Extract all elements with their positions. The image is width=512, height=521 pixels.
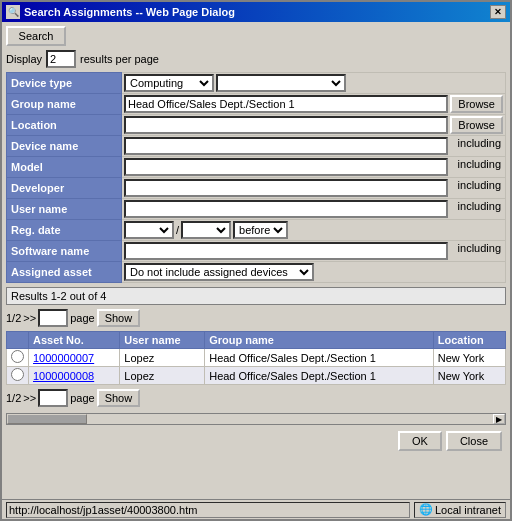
col-asset-no: Asset No. xyxy=(29,332,120,349)
asset-link-2[interactable]: 1000000008 xyxy=(33,370,94,382)
software-name-label: Software name xyxy=(7,241,122,262)
bottom-buttons: OK Close xyxy=(6,429,506,453)
row2-location: New York xyxy=(433,367,505,385)
window-icon: 🔍 xyxy=(6,5,20,19)
results-summary: Results 1-2 out of 4 xyxy=(11,290,106,302)
col-location: Location xyxy=(433,332,505,349)
col-radio xyxy=(7,332,29,349)
pagination-bottom: 1/2 >> page Show xyxy=(6,387,506,409)
search-form: Device type Computing Group name xyxy=(6,72,506,283)
pagination-nav-bottom[interactable]: >> xyxy=(23,392,36,404)
page-input-top[interactable] xyxy=(38,309,68,327)
show-button-bottom[interactable]: Show xyxy=(97,389,141,407)
show-button-top[interactable]: Show xyxy=(97,309,141,327)
device-type-label: Device type xyxy=(7,73,122,94)
reg-date-day-select[interactable] xyxy=(181,221,231,239)
software-name-row: Software name including xyxy=(7,241,506,262)
device-name-including: including xyxy=(458,137,503,149)
reg-date-month-select[interactable] xyxy=(124,221,174,239)
developer-row: Developer including xyxy=(7,178,506,199)
results-header: Results 1-2 out of 4 xyxy=(6,287,506,305)
group-name-row: Group name Browse xyxy=(7,94,506,115)
location-label: Location xyxy=(7,115,122,136)
ok-button[interactable]: OK xyxy=(398,431,442,451)
pagination-info-bottom: 1/2 xyxy=(6,392,21,404)
user-name-label: User name xyxy=(7,199,122,220)
row1-group: Head Office/Sales Dept./Section 1 xyxy=(205,349,434,367)
pagination-nav[interactable]: >> xyxy=(23,312,36,324)
display-prefix: Display xyxy=(6,53,42,65)
reg-date-label: Reg. date xyxy=(7,220,122,241)
device-type-sub-select[interactable] xyxy=(216,74,346,92)
table-row: 1000000008 Lopez Head Office/Sales Dept.… xyxy=(7,367,506,385)
user-name-including: including xyxy=(458,200,503,212)
row2-user: Lopez xyxy=(120,367,205,385)
col-group-name: Group name xyxy=(205,332,434,349)
device-type-select[interactable]: Computing xyxy=(124,74,214,92)
asset-link-1[interactable]: 1000000007 xyxy=(33,352,94,364)
model-label: Model xyxy=(7,157,122,178)
software-name-including: including xyxy=(458,242,503,254)
pagination-top: 1/2 >> page Show xyxy=(6,307,506,329)
reg-date-before-select[interactable]: before xyxy=(233,221,288,239)
status-bar: http://localhost/jp1asset/40003800.htm 🌐… xyxy=(2,499,510,519)
device-type-row: Device type Computing xyxy=(7,73,506,94)
location-browse-button[interactable]: Browse xyxy=(450,116,503,134)
zone-text: Local intranet xyxy=(435,504,501,516)
window-close-button[interactable]: ✕ xyxy=(490,5,506,19)
model-including: including xyxy=(458,158,503,170)
location-input[interactable] xyxy=(124,116,448,134)
table-row: 1000000007 Lopez Head Office/Sales Dept.… xyxy=(7,349,506,367)
assigned-asset-row: Assigned asset Do not include assigned d… xyxy=(7,262,506,283)
title-bar: 🔍 Search Assignments -- Web Page Dialog … xyxy=(2,2,510,22)
row1-radio[interactable] xyxy=(11,350,24,363)
software-name-input[interactable] xyxy=(124,242,448,260)
search-button[interactable]: Search xyxy=(6,26,66,46)
developer-including: including xyxy=(458,179,503,191)
col-user-name: User name xyxy=(120,332,205,349)
developer-label: Developer xyxy=(7,178,122,199)
device-name-row: Device name including xyxy=(7,136,506,157)
device-name-input[interactable] xyxy=(124,137,448,155)
row2-radio[interactable] xyxy=(11,368,24,381)
row1-user: Lopez xyxy=(120,349,205,367)
page-label-bottom: page xyxy=(70,392,94,404)
row2-group: Head Office/Sales Dept./Section 1 xyxy=(205,367,434,385)
location-row: Location Browse xyxy=(7,115,506,136)
developer-input[interactable] xyxy=(124,179,448,197)
display-suffix: results per page xyxy=(80,53,159,65)
status-url: http://localhost/jp1asset/40003800.htm xyxy=(6,502,410,518)
results-table: Asset No. User name Group name Location … xyxy=(6,331,506,385)
status-zone: 🌐 Local intranet xyxy=(414,502,506,518)
pagination-info: 1/2 xyxy=(6,312,21,324)
group-name-browse-button[interactable]: Browse xyxy=(450,95,503,113)
assigned-asset-label: Assigned asset xyxy=(7,262,122,283)
page-input-bottom[interactable] xyxy=(38,389,68,407)
group-name-label: Group name xyxy=(7,94,122,115)
reg-date-row: Reg. date / before xyxy=(7,220,506,241)
close-button[interactable]: Close xyxy=(446,431,502,451)
page-label-top: page xyxy=(70,312,94,324)
user-name-input[interactable] xyxy=(124,200,448,218)
content-area: Search Display results per page Device t… xyxy=(2,22,510,499)
model-row: Model including xyxy=(7,157,506,178)
device-name-label: Device name xyxy=(7,136,122,157)
display-row: Display results per page xyxy=(6,50,506,68)
row1-location: New York xyxy=(433,349,505,367)
window-title: Search Assignments -- Web Page Dialog xyxy=(24,6,235,18)
assigned-asset-select[interactable]: Do not include assigned devices xyxy=(124,263,314,281)
user-name-row: User name including xyxy=(7,199,506,220)
url-text: http://localhost/jp1asset/40003800.htm xyxy=(9,504,197,516)
scrollbar-thumb[interactable] xyxy=(7,414,87,424)
group-name-input[interactable] xyxy=(124,95,448,113)
display-count-input[interactable] xyxy=(46,50,76,68)
main-window: 🔍 Search Assignments -- Web Page Dialog … xyxy=(0,0,512,521)
horizontal-scrollbar[interactable]: ▶ xyxy=(6,413,506,425)
results-header-row: Asset No. User name Group name Location xyxy=(7,332,506,349)
zone-icon: 🌐 xyxy=(419,503,433,516)
model-input[interactable] xyxy=(124,158,448,176)
scroll-right-arrow[interactable]: ▶ xyxy=(493,414,505,424)
